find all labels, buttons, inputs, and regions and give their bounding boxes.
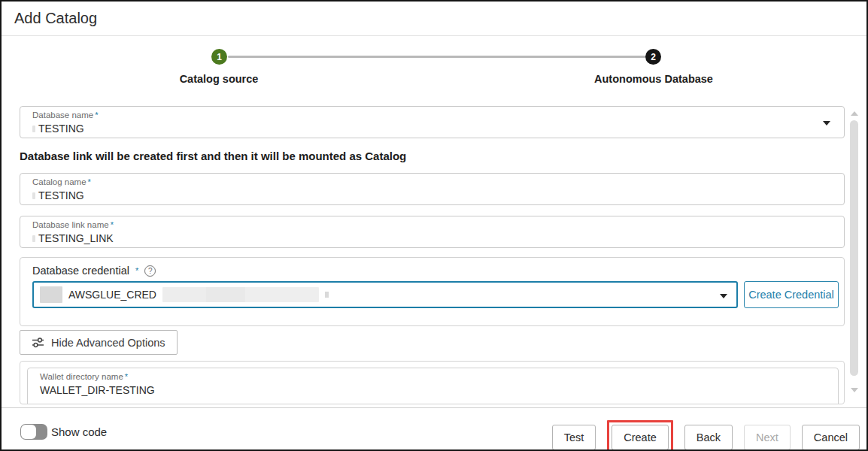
step-1-indicator[interactable]: 1	[211, 49, 227, 65]
step-2-indicator[interactable]: 2	[645, 49, 661, 65]
advanced-options-section: Wallet directory name* WALLET_DIR-TESTIN…	[20, 361, 845, 404]
wallet-directory-name-input[interactable]: Wallet directory name* WALLET_DIR-TESTIN…	[27, 368, 839, 404]
help-icon[interactable]: ?	[144, 265, 156, 277]
test-button[interactable]: Test	[552, 425, 596, 450]
wallet-directory-name-value: WALLET_DIR-TESTING	[40, 383, 826, 397]
show-code-label: Show code	[51, 425, 107, 438]
step-2-number: 2	[651, 52, 656, 62]
database-link-name-input[interactable]: Database link name* TESTING_LINK	[20, 216, 845, 248]
scrollbar-up-arrow[interactable]	[851, 111, 858, 116]
database-link-name-value: TESTING_LINK	[32, 232, 832, 245]
scrollbar-thumb[interactable]	[850, 120, 858, 376]
redacted-block	[32, 235, 35, 242]
wallet-directory-name-label: Wallet directory name*	[40, 372, 826, 382]
redacted-block	[325, 292, 329, 298]
create-credential-button[interactable]: Create Credential	[744, 281, 839, 308]
required-marker: *	[111, 220, 114, 229]
redacted-block	[32, 192, 35, 199]
next-button: Next	[744, 425, 791, 450]
required-marker: *	[95, 110, 98, 120]
catalog-name-value: TESTING	[32, 189, 832, 202]
back-button[interactable]: Back	[684, 425, 733, 450]
database-credential-value: AWSGLUE_CRED	[68, 289, 156, 301]
cancel-button[interactable]: Cancel	[802, 425, 860, 450]
page-title: Add Catalog	[14, 10, 97, 27]
database-link-name-label: Database link name*	[32, 220, 832, 230]
database-link-info-text: Database link will be created first and …	[20, 150, 406, 162]
catalog-name-input[interactable]: Catalog name* TESTING	[20, 173, 845, 205]
redacted-block	[40, 286, 62, 303]
hide-advanced-options-label: Hide Advanced Options	[51, 337, 165, 349]
step-1-label: Catalog source	[121, 73, 317, 85]
redacted-block	[206, 287, 319, 302]
chevron-down-icon[interactable]	[720, 294, 727, 298]
chevron-down-icon[interactable]	[823, 121, 830, 126]
create-button[interactable]: Create	[612, 425, 669, 450]
step-1-number: 1	[217, 52, 222, 62]
required-marker: *	[88, 177, 91, 186]
database-credential-label: Database credential* ?	[32, 265, 156, 277]
toggle-knob	[21, 425, 36, 439]
catalog-name-label: Catalog name*	[32, 177, 832, 187]
database-credential-section: Database credential* ? AWSGLUE_CRED Crea…	[20, 257, 845, 326]
footer-actions: Test Create Back Next Cancel	[552, 420, 860, 451]
stepper-connector-line	[228, 56, 646, 58]
sliders-icon	[32, 337, 44, 349]
header-divider	[2, 35, 866, 36]
database-name-value: TESTING	[32, 122, 832, 135]
required-marker: *	[135, 266, 138, 275]
annotation-highlight-box: Create	[607, 420, 673, 451]
database-credential-select[interactable]: AWSGLUE_CRED	[32, 281, 738, 308]
footer-divider	[2, 407, 866, 408]
add-catalog-dialog: Add Catalog 1 2 Catalog source Autonomou…	[0, 0, 868, 451]
database-name-select[interactable]: Database name* TESTING	[20, 106, 845, 138]
step-2-label: Autonomous Database	[556, 73, 751, 85]
required-marker: *	[125, 372, 128, 381]
redacted-block	[32, 126, 35, 132]
show-code-toggle[interactable]	[20, 424, 47, 440]
hide-advanced-options-button[interactable]: Hide Advanced Options	[20, 330, 178, 355]
scrollbar-down-arrow[interactable]	[851, 388, 858, 392]
database-name-label: Database name*	[32, 110, 832, 120]
